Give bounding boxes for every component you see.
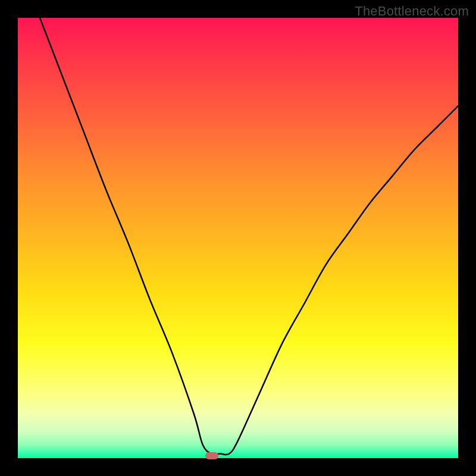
watermark-text: TheBottleneck.com bbox=[355, 4, 469, 19]
bottleneck-chart bbox=[18, 18, 458, 458]
bottleneck-curve bbox=[18, 18, 458, 458]
optimum-marker bbox=[205, 452, 218, 459]
